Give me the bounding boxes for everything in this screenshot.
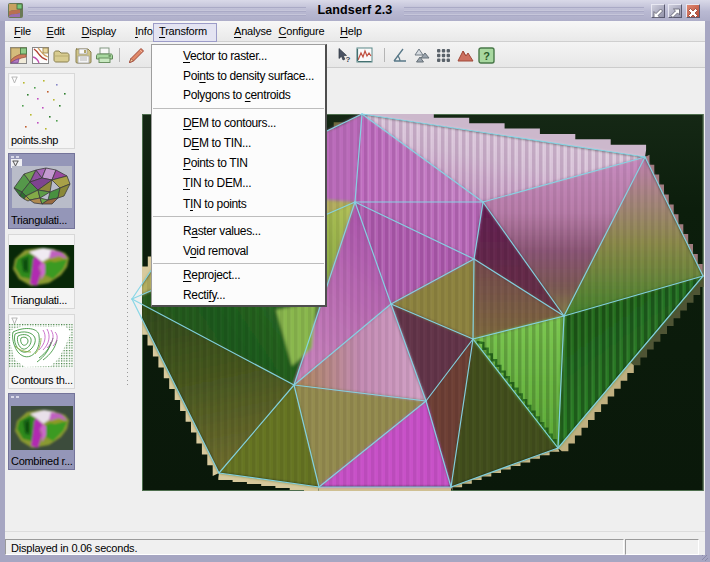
svg-text:?: ? bbox=[483, 50, 490, 62]
svg-text:?: ? bbox=[345, 55, 350, 64]
